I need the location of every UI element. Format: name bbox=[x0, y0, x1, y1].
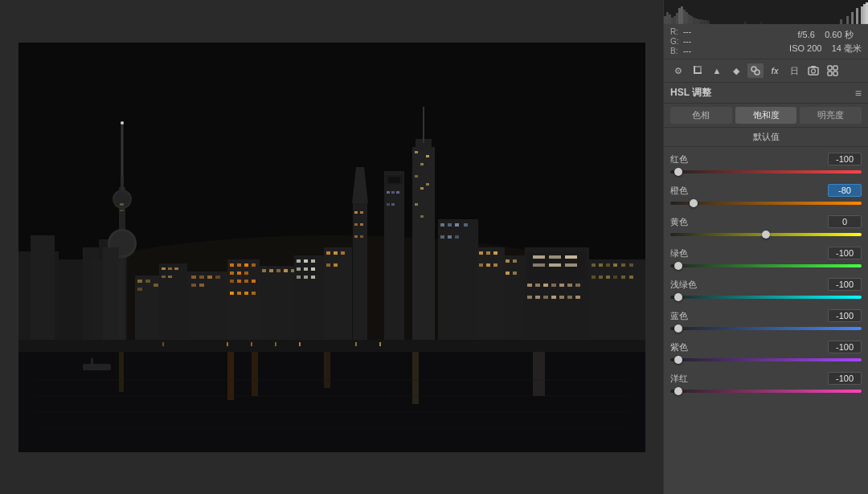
yellow-track-container[interactable] bbox=[670, 230, 862, 239]
orange-value[interactable]: -80 bbox=[828, 184, 862, 197]
svg-rect-95 bbox=[304, 267, 308, 271]
svg-point-17 bbox=[121, 121, 124, 125]
svg-rect-201 bbox=[707, 21, 710, 24]
aperture-value: f/5.6 bbox=[798, 30, 815, 39]
svg-rect-67 bbox=[199, 284, 204, 287]
svg-rect-132 bbox=[549, 263, 561, 267]
svg-rect-213 bbox=[700, 67, 702, 74]
blue-thumb[interactable] bbox=[674, 325, 682, 333]
red-track bbox=[670, 170, 862, 174]
yellow-thumb[interactable] bbox=[762, 231, 770, 239]
green-value[interactable]: -100 bbox=[828, 247, 862, 259]
svg-rect-8 bbox=[119, 187, 125, 356]
exif-row-2: ISO 200 14 毫米 bbox=[789, 43, 862, 55]
svg-rect-192 bbox=[686, 12, 688, 24]
orange-thumb[interactable] bbox=[690, 199, 698, 207]
crop-icon[interactable] bbox=[690, 63, 706, 78]
svg-rect-26 bbox=[162, 267, 166, 270]
slider-row-cyan: 浅绿色 -100 bbox=[664, 276, 868, 307]
fx-icon[interactable]: fx bbox=[767, 63, 783, 78]
svg-rect-151 bbox=[606, 263, 610, 267]
svg-rect-185 bbox=[669, 14, 671, 24]
g-label: G: bbox=[670, 37, 680, 46]
svg-rect-77 bbox=[237, 280, 241, 283]
green-track-container[interactable] bbox=[670, 261, 862, 271]
svg-rect-130 bbox=[565, 255, 577, 259]
green-track bbox=[670, 264, 862, 267]
purple-track-container[interactable] bbox=[670, 355, 862, 365]
detail-icon[interactable]: ◆ bbox=[728, 63, 744, 78]
svg-rect-56 bbox=[360, 211, 363, 214]
svg-rect-153 bbox=[621, 263, 625, 267]
settings-icon[interactable]: ⚙ bbox=[670, 63, 686, 78]
cyan-track-container[interactable] bbox=[670, 292, 862, 302]
tabs-container: 色相 饱和度 明亮度 bbox=[664, 104, 868, 128]
svg-rect-129 bbox=[549, 255, 561, 259]
purple-value[interactable]: -100 bbox=[828, 341, 862, 353]
orange-track bbox=[670, 202, 862, 205]
svg-rect-24 bbox=[154, 284, 158, 287]
purple-track bbox=[670, 358, 862, 361]
slider-row-green: 绿色 -100 bbox=[664, 244, 868, 276]
svg-rect-169 bbox=[18, 352, 645, 452]
default-value-row[interactable]: 默认值 bbox=[664, 128, 868, 147]
svg-rect-186 bbox=[671, 18, 674, 24]
svg-rect-69 bbox=[230, 263, 234, 267]
svg-rect-97 bbox=[297, 276, 301, 279]
svg-rect-221 bbox=[833, 66, 837, 70]
svg-rect-118 bbox=[479, 263, 483, 267]
hsl-menu-icon[interactable]: ≡ bbox=[855, 87, 862, 100]
red-track-container[interactable] bbox=[670, 167, 862, 177]
svg-rect-222 bbox=[828, 71, 832, 76]
svg-rect-200 bbox=[705, 20, 707, 24]
svg-rect-105 bbox=[334, 263, 338, 267]
hsl-icon[interactable] bbox=[747, 63, 764, 78]
red-value[interactable]: -100 bbox=[828, 153, 862, 165]
svg-rect-145 bbox=[559, 296, 564, 299]
svg-rect-62 bbox=[191, 276, 196, 279]
svg-rect-116 bbox=[486, 251, 490, 255]
cyan-thumb[interactable] bbox=[674, 293, 682, 301]
magenta-value[interactable]: -100 bbox=[828, 372, 862, 385]
svg-rect-203 bbox=[760, 22, 763, 24]
magenta-thumb[interactable] bbox=[674, 387, 682, 395]
svg-rect-19 bbox=[103, 247, 119, 356]
histogram-area bbox=[664, 0, 868, 24]
tab-hue[interactable]: 色相 bbox=[670, 107, 732, 124]
svg-rect-78 bbox=[244, 280, 248, 283]
svg-rect-47 bbox=[396, 191, 399, 194]
tone-curve-icon[interactable]: ▲ bbox=[709, 63, 725, 78]
yellow-track bbox=[670, 233, 862, 236]
svg-point-216 bbox=[755, 70, 760, 75]
purple-thumb[interactable] bbox=[674, 356, 682, 364]
red-thumb[interactable] bbox=[674, 168, 682, 176]
svg-rect-39 bbox=[415, 203, 418, 206]
svg-rect-16 bbox=[121, 175, 124, 191]
tab-luminance[interactable]: 明亮度 bbox=[800, 107, 862, 124]
svg-rect-42 bbox=[384, 171, 404, 356]
svg-rect-125 bbox=[513, 271, 517, 275]
yellow-value[interactable]: 0 bbox=[828, 215, 862, 228]
svg-rect-27 bbox=[168, 267, 172, 270]
svg-rect-103 bbox=[341, 251, 345, 255]
svg-rect-150 bbox=[599, 263, 603, 267]
cyan-value[interactable]: -100 bbox=[828, 278, 862, 291]
tab-saturation[interactable]: 饱和度 bbox=[735, 107, 797, 124]
blue-track-container[interactable] bbox=[670, 324, 862, 333]
svg-rect-128 bbox=[533, 255, 545, 259]
svg-rect-154 bbox=[629, 263, 633, 267]
magenta-track-container[interactable] bbox=[670, 386, 862, 396]
calendar-icon[interactable]: 日 bbox=[786, 63, 802, 78]
green-thumb[interactable] bbox=[674, 262, 682, 270]
color-info: R: --- G: --- B: --- f/5.6 0.60 秒 ISO 20… bbox=[664, 24, 868, 59]
svg-rect-122 bbox=[506, 259, 510, 263]
svg-rect-160 bbox=[629, 276, 633, 279]
svg-rect-140 bbox=[575, 284, 580, 287]
more-icon[interactable] bbox=[825, 63, 841, 78]
orange-track-container[interactable] bbox=[670, 198, 862, 208]
svg-rect-36 bbox=[415, 175, 418, 178]
svg-rect-106 bbox=[438, 219, 478, 356]
blue-value[interactable]: -100 bbox=[828, 309, 862, 322]
camera-raw-icon[interactable] bbox=[805, 63, 821, 78]
slider-label-row-blue: 蓝色 -100 bbox=[670, 309, 862, 322]
